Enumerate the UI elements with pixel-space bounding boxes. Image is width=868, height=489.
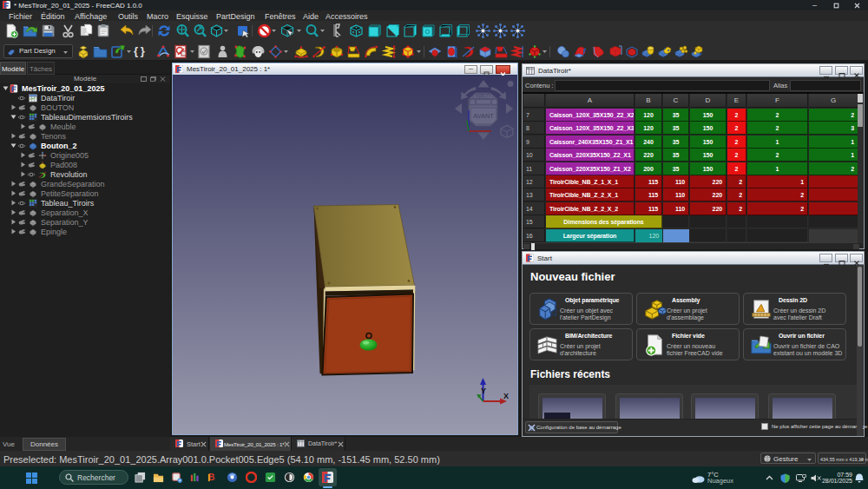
svg-text:AVANT: AVANT [473,112,494,120]
svg-text:Y: Y [481,387,486,395]
svg-text:HAUT: HAUT [476,92,491,99]
svg-text:X: X [503,392,509,400]
